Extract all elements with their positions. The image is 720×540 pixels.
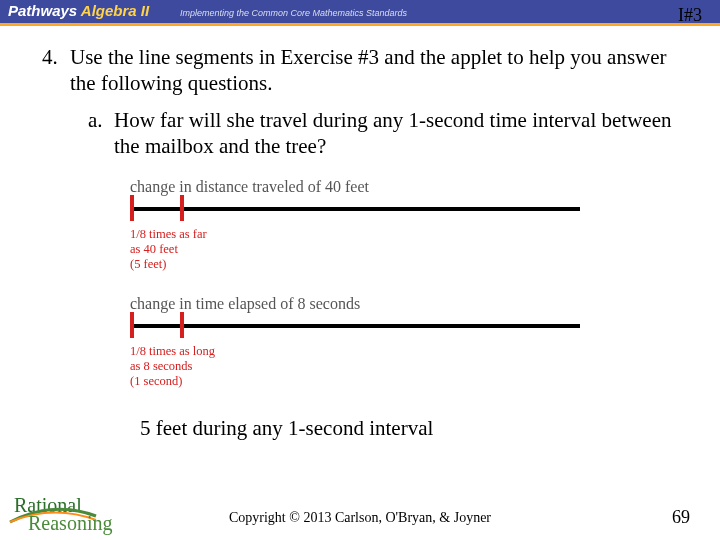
- content-area: 4. Use the line segments in Exercise #3 …: [0, 26, 720, 441]
- time-small-l1: 1/8 times as long: [130, 344, 215, 358]
- question-4a: a. How far will she travel during any 1-…: [88, 107, 690, 160]
- time-small-label: 1/8 times as long as 8 seconds (1 second…: [130, 344, 600, 389]
- brand-prefix: Pathways: [8, 2, 81, 19]
- question-4a-text: How far will she travel during any 1-sec…: [114, 107, 690, 160]
- distance-label: change in distance traveled of 40 feet: [130, 177, 600, 197]
- question-4-text: Use the line segments in Exercise #3 and…: [70, 44, 690, 97]
- time-line: [130, 316, 600, 336]
- brand: Pathways Algebra II: [8, 2, 149, 19]
- dist-small-l3: (5 feet): [130, 257, 166, 271]
- dist-small-l1: 1/8 times as far: [130, 227, 207, 241]
- header-divider: [0, 23, 720, 26]
- answer-text: 5 feet during any 1-second interval: [140, 415, 690, 441]
- time-tick-small: [180, 312, 184, 338]
- header-bar: Pathways Algebra II Implementing the Com…: [0, 0, 720, 26]
- time-small-l2: as 8 seconds: [130, 359, 193, 373]
- time-small-l3: (1 second): [130, 374, 182, 388]
- page-number: 69: [672, 507, 690, 528]
- header-subtitle: Implementing the Common Core Mathematics…: [180, 8, 407, 18]
- distance-small-label: 1/8 times as far as 40 feet (5 feet): [130, 227, 600, 272]
- question-4-number: 4.: [42, 44, 70, 97]
- distance-tick-small: [180, 195, 184, 221]
- time-tick-start: [130, 312, 134, 338]
- copyright: Copyright © 2013 Carlson, O'Bryan, & Joy…: [0, 510, 720, 526]
- question-4: 4. Use the line segments in Exercise #3 …: [42, 44, 690, 97]
- page-reference: I#3: [678, 5, 702, 26]
- distance-line: [130, 199, 600, 219]
- distance-tick-start: [130, 195, 134, 221]
- brand-suffix: Algebra II: [81, 2, 149, 19]
- time-label: change in time elapsed of 8 seconds: [130, 294, 600, 314]
- question-4a-number: a.: [88, 107, 114, 160]
- distance-hline: [130, 207, 580, 211]
- dist-small-l2: as 40 feet: [130, 242, 178, 256]
- diagram: change in distance traveled of 40 feet 1…: [130, 177, 600, 389]
- time-hline: [130, 324, 580, 328]
